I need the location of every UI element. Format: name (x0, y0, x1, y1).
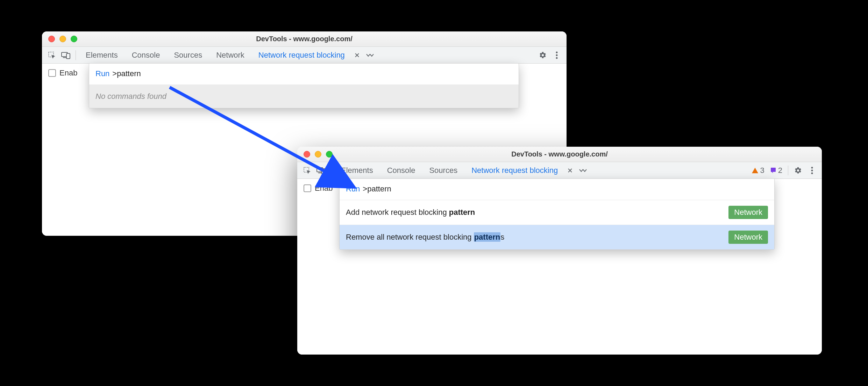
titlebar[interactable]: DevTools - www.google.com/ (297, 147, 822, 162)
svg-rect-3 (66, 53, 70, 59)
close-tab-icon[interactable] (565, 168, 575, 173)
window-controls (304, 151, 333, 158)
tab-network-request-blocking[interactable]: Network request blocking (465, 162, 564, 179)
tab-elements[interactable]: Elements (335, 162, 379, 179)
warnings-count: 3 (760, 166, 764, 175)
window-title: DevTools - www.google.com/ (297, 150, 822, 158)
command-menu-popover: Run >pattern Add network request blockin… (339, 179, 775, 250)
tab-elements[interactable]: Elements (79, 47, 124, 64)
device-toggle-icon[interactable] (315, 164, 327, 177)
minimize-window-icon[interactable] (315, 151, 321, 158)
command-query[interactable]: pattern (117, 69, 141, 78)
svg-rect-11 (771, 168, 776, 172)
more-tabs-icon[interactable] (363, 53, 377, 58)
command-results-list: Add network request blocking patternNetw… (340, 200, 774, 249)
settings-gear-icon[interactable] (536, 49, 549, 61)
command-result-item[interactable]: Remove all network request blocking patt… (340, 225, 774, 249)
tab-network[interactable]: Network (210, 47, 251, 64)
toolbar: Elements Console Sources Network request… (297, 162, 822, 179)
window-controls (48, 36, 77, 42)
svg-point-14 (811, 172, 813, 174)
inspect-element-icon[interactable] (301, 164, 313, 177)
zoom-window-icon[interactable] (71, 36, 77, 42)
command-result-text: Remove all network request blocking patt… (346, 233, 504, 242)
svg-point-6 (556, 57, 558, 59)
issues-count: 2 (778, 166, 782, 175)
warnings-badge[interactable]: 3 (749, 166, 767, 175)
svg-rect-9 (318, 173, 321, 173)
inspect-element-icon[interactable] (45, 49, 58, 61)
kebab-menu-icon[interactable] (806, 164, 818, 177)
command-menu-popover: Run >pattern No commands found (89, 63, 519, 108)
device-toggle-icon[interactable] (59, 49, 72, 61)
command-caret: > (363, 184, 367, 193)
zoom-window-icon[interactable] (326, 151, 333, 158)
command-empty-state: No commands found (89, 85, 519, 108)
window-title: DevTools - www.google.com/ (42, 35, 567, 43)
tab-console[interactable]: Console (126, 47, 166, 64)
tab-console[interactable]: Console (381, 162, 422, 179)
close-tab-icon[interactable] (353, 53, 362, 58)
command-input-row[interactable]: Run >pattern (340, 179, 774, 200)
command-category-badge: Network (728, 231, 768, 244)
enable-blocking-row[interactable]: Enab (48, 68, 77, 78)
run-label: Run (95, 69, 109, 78)
close-window-icon[interactable] (48, 36, 55, 42)
tab-sources[interactable]: Sources (168, 47, 208, 64)
tab-network-request-blocking[interactable]: Network request blocking (252, 47, 351, 64)
toolbar-divider (788, 166, 788, 175)
enable-blocking-row[interactable]: Enab (304, 184, 333, 193)
titlebar[interactable]: DevTools - www.google.com/ (42, 31, 567, 47)
command-category-badge: Network (728, 206, 768, 219)
run-label: Run (346, 184, 360, 194)
toolbar-divider (331, 166, 331, 175)
enable-checkbox[interactable] (304, 184, 311, 192)
command-query[interactable]: pattern (367, 184, 391, 193)
close-window-icon[interactable] (304, 151, 310, 158)
command-caret: > (112, 69, 117, 78)
command-result-text: Add network request blocking pattern (346, 208, 475, 217)
tab-sources[interactable]: Sources (423, 162, 464, 179)
svg-point-4 (556, 51, 558, 53)
toolbar-divider (76, 50, 76, 60)
command-input-row[interactable]: Run >pattern (89, 64, 519, 85)
minimize-window-icon[interactable] (59, 36, 66, 42)
svg-point-5 (556, 54, 558, 56)
issues-badge[interactable]: 2 (768, 166, 784, 175)
panel-content: Enab Run >pattern Add network request bl… (297, 179, 822, 355)
enable-checkbox[interactable] (48, 69, 56, 77)
command-result-item[interactable]: Add network request blocking patternNetw… (340, 200, 774, 225)
kebab-menu-icon[interactable] (550, 49, 563, 61)
settings-gear-icon[interactable] (792, 164, 804, 177)
svg-point-13 (811, 169, 813, 171)
toolbar: Elements Console Sources Network Network… (42, 47, 567, 64)
enable-label: Enab (59, 68, 77, 78)
enable-label: Enab (315, 184, 333, 193)
devtools-window-b: DevTools - www.google.com/ Elements Cons… (297, 147, 822, 355)
svg-rect-10 (322, 169, 325, 174)
svg-point-12 (811, 167, 813, 168)
svg-rect-2 (63, 57, 66, 58)
more-tabs-icon[interactable] (576, 168, 590, 173)
